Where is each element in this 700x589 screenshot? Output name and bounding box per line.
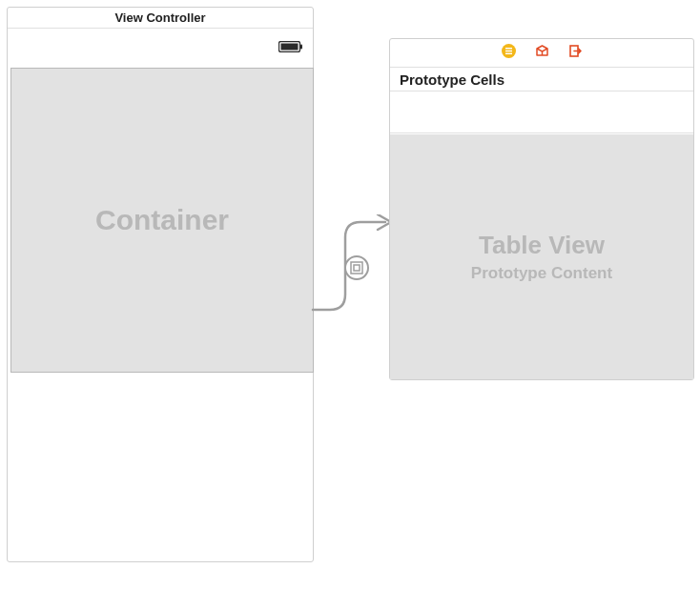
svg-rect-4 (354, 265, 360, 271)
view-controller-scene[interactable]: View Controller Container (7, 7, 314, 562)
scene-title-bar[interactable]: View Controller (8, 8, 313, 29)
table-view-label: Table View (479, 231, 605, 260)
svg-rect-8 (505, 53, 512, 54)
scene-title: View Controller (114, 10, 205, 25)
table-view-controller-scene[interactable]: Prototype Cells Table View Prototype Con… (389, 38, 694, 380)
container-view[interactable]: Container (10, 68, 314, 373)
svg-rect-6 (505, 48, 512, 49)
first-responder-icon[interactable] (535, 44, 549, 62)
table-view-sublabel: Prototype Content (471, 264, 612, 283)
svg-rect-2 (300, 45, 302, 50)
scene-dock[interactable] (390, 39, 693, 68)
status-bar (8, 29, 313, 65)
view-controller-icon[interactable] (502, 44, 516, 62)
table-view[interactable]: Table View Prototype Content (390, 134, 693, 379)
embed-segue-icon[interactable] (344, 255, 369, 280)
prototype-cell[interactable] (390, 91, 693, 133)
exit-icon[interactable] (568, 44, 583, 62)
battery-icon (278, 39, 303, 56)
svg-rect-7 (505, 51, 512, 51)
prototype-cells-header: Prototype Cells (390, 68, 693, 91)
svg-rect-3 (351, 262, 362, 274)
container-label: Container (95, 204, 229, 236)
svg-rect-1 (281, 44, 299, 51)
prototype-cells-label: Prototype Cells (400, 71, 504, 88)
